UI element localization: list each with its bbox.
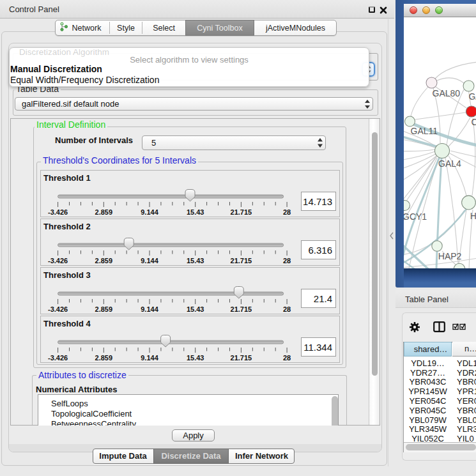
svg-text:28: 28	[283, 257, 291, 265]
svg-text:GAL80: GAL80	[433, 88, 461, 98]
svg-text:-3.426: -3.426	[48, 208, 68, 216]
svg-text:21.715: 21.715	[231, 257, 252, 265]
svg-text:9.144: 9.144	[141, 257, 158, 265]
svg-text:GAL11: GAL11	[411, 126, 438, 136]
svg-text:15.43: 15.43	[187, 208, 204, 216]
svg-text:-3.426: -3.426	[48, 305, 68, 313]
svg-text:2.859: 2.859	[95, 354, 113, 362]
svg-text:2.859: 2.859	[95, 257, 113, 265]
svg-text:GCY1: GCY1	[404, 211, 427, 222]
svg-text:HIS: HIS	[470, 211, 476, 221]
svg-text:28: 28	[283, 305, 291, 313]
svg-text:21.715: 21.715	[231, 305, 252, 313]
svg-text:GAL4: GAL4	[438, 158, 461, 169]
svg-text:15.43: 15.43	[187, 354, 204, 362]
svg-text:9.144: 9.144	[141, 208, 158, 216]
svg-text:15.43: 15.43	[187, 305, 204, 313]
svg-text:15.43: 15.43	[187, 257, 204, 265]
svg-text:2.859: 2.859	[95, 208, 113, 216]
svg-text:21.715: 21.715	[231, 354, 252, 362]
svg-text:-3.426: -3.426	[48, 257, 68, 265]
svg-text:21.715: 21.715	[231, 208, 252, 216]
svg-text:28: 28	[283, 354, 291, 362]
svg-text:CO: CO	[472, 117, 476, 127]
svg-text:-3.426: -3.426	[48, 354, 68, 362]
svg-text:9.144: 9.144	[141, 305, 158, 313]
svg-text:HAP2: HAP2	[438, 251, 462, 261]
svg-text:28: 28	[283, 208, 291, 216]
svg-text:2.859: 2.859	[95, 305, 113, 313]
svg-text:9.144: 9.144	[141, 354, 158, 362]
svg-text:GAL8: GAL8	[468, 91, 476, 102]
